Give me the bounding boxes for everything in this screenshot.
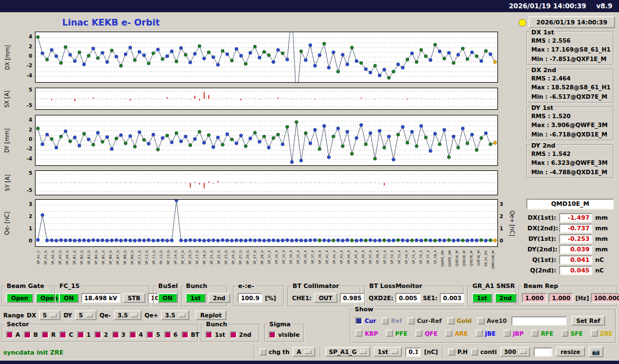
bunch-1st-button[interactable]: 1st (185, 293, 206, 303)
sigma-visible-checkbox[interactable] (269, 331, 276, 338)
show-ave10-checkbox[interactable] (477, 317, 485, 325)
y-tick-label: -4 (27, 156, 32, 161)
monitor-row: DY(1st): -0.253 mm (526, 234, 614, 244)
show-pfe-checkbox[interactable] (386, 330, 393, 337)
stat-rms: RMS : 1.542 (531, 149, 612, 158)
replot-button[interactable]: Replot (195, 310, 227, 320)
x-axis-label: SP_A1_G (44, 250, 47, 265)
ref-name-input[interactable] (511, 316, 567, 326)
show-jbe-checkbox[interactable] (476, 330, 483, 337)
sector-c-checkbox[interactable] (59, 331, 67, 338)
count-input[interactable] (534, 347, 552, 357)
bunch-select[interactable]: 1st (374, 347, 402, 357)
set-ref-button[interactable]: Set Ref (571, 316, 605, 326)
x-axis-label: SP_56_4 (419, 250, 422, 264)
x-axis-label: QXF1E_M (477, 250, 480, 266)
y-tick-label: -5 (27, 103, 32, 108)
sector-2-label: 2 (104, 331, 108, 338)
sector-b-checkbox[interactable] (24, 331, 31, 338)
top-titlebar: 2026/01/19 14:00:39 v8.9 (0, 0, 619, 12)
sector-bt-label: BT (191, 331, 199, 338)
sector-4-checkbox[interactable] (129, 331, 137, 338)
monitor-row: DX(2nd): -0.737 mm (526, 223, 614, 234)
sector-items: ABRC123456BT (6, 331, 199, 338)
sector-5-checkbox[interactable] (147, 331, 154, 338)
x-axis-label: SP_34_4 (289, 250, 293, 264)
busel-on-button[interactable]: ON (158, 293, 178, 303)
sector-3-item: 3 (112, 331, 125, 338)
y-tick-label: 0 (29, 53, 32, 59)
sector-2-checkbox[interactable] (94, 331, 102, 338)
show-kbp-item: KBP (355, 330, 378, 337)
ph-checkbox[interactable] (448, 348, 455, 356)
x-axis-label: SP_55_4 (412, 250, 415, 264)
bpm-select[interactable]: SP_A1_G (325, 347, 371, 357)
gr-a1-2nd-button[interactable]: 2nd (495, 293, 517, 303)
charge-chart: Qe- [nC] 3210 3210 Qe+ [nC] (0, 199, 517, 247)
conti-checkbox[interactable] (471, 348, 478, 356)
show-ref-item: Ref (381, 317, 402, 325)
ee-ratio-group: e-:e- 100.9 [%] (233, 286, 284, 307)
x-axis-label: SP_B2_G (80, 250, 83, 265)
x-axis-label: SP_46_4 (361, 250, 365, 264)
group-label: Bunch (184, 282, 209, 290)
fc15-on-button[interactable]: ON (59, 293, 79, 303)
x-axis-label: SP_A2_G (51, 250, 54, 265)
x-axis-label: SP_B6_G (109, 250, 112, 265)
beam-gate-group: Beam Gate Open Open (2, 286, 53, 307)
dy-plot-area (35, 115, 498, 166)
bt-collimator-group: BT Collimator CHE1: OUT 0.985 (288, 286, 361, 307)
range-qem-select[interactable]: 3.5 (114, 310, 142, 320)
show-gold-checkbox[interactable] (447, 317, 455, 325)
bunch-2nd-button[interactable]: 2nd (208, 293, 230, 303)
che1-out-button[interactable]: OUT (314, 293, 338, 303)
linac-orbit-app: 2026/01/19 14:00:39 v8.9 Linac KEKB e- O… (0, 0, 619, 364)
resize-button[interactable]: resize (556, 347, 585, 357)
screenshot-button[interactable]: 📷 (588, 346, 603, 357)
show-cur-ref-checkbox[interactable] (407, 317, 415, 325)
sector-select[interactable]: A (293, 347, 315, 357)
chg-th-checkbox[interactable] (259, 348, 266, 356)
sx-plot-area (35, 88, 498, 110)
show-cur-checkbox[interactable] (355, 317, 363, 325)
sector-r-checkbox[interactable] (42, 331, 49, 338)
x-axis-label: SP_35_4 (296, 250, 300, 264)
beam-gate-open-1-button[interactable]: Open (6, 293, 33, 303)
se1-value-readout: 0.003 (440, 293, 465, 303)
sy-y-ticks: 5-5 (19, 170, 33, 195)
fc15-stb-button[interactable]: STB (123, 293, 145, 303)
show-are-checkbox[interactable] (445, 330, 452, 337)
show-jbp-checkbox[interactable] (504, 330, 511, 337)
show-ref-checkbox[interactable] (381, 317, 389, 325)
range-dy-select[interactable]: 5 (75, 310, 97, 320)
sector-1-checkbox[interactable] (77, 331, 84, 338)
threshold-input[interactable] (405, 347, 421, 357)
stat-max: Max : 18.528@S8_61_H1 (531, 83, 612, 92)
stat-max: Max : 6.323@QWFE_3M (531, 158, 612, 167)
y-tick-label: 5 (29, 87, 32, 93)
stat-dx-1st: DX 1st RMS : 2.556 Max : 17.169@S8_61_H1… (526, 31, 614, 65)
sector-3-checkbox[interactable] (112, 331, 119, 338)
sector-select-value: A (296, 348, 301, 355)
bunch-filter-1st-checkbox[interactable] (205, 331, 213, 338)
range-qep-select[interactable]: 3.5 (161, 310, 189, 320)
stat-rms: RMS : 2.464 (531, 74, 612, 83)
y-tick-label-right: 3 (500, 201, 503, 207)
sector-bt-checkbox[interactable] (182, 331, 189, 338)
show-rfe-checkbox[interactable] (531, 330, 539, 337)
group-label: GR_A1 SNSR (471, 282, 517, 290)
sector-6-checkbox[interactable] (164, 331, 172, 338)
sector-a-checkbox[interactable] (6, 331, 13, 338)
show-kbp-checkbox[interactable] (355, 330, 363, 337)
timestamp-box: 2026/01/19 14:00:39 (529, 16, 615, 28)
show-qfe-checkbox[interactable] (415, 330, 422, 337)
group-label: Bunch (204, 321, 229, 328)
gr-a1-1st-button[interactable]: 1st (472, 293, 492, 303)
show-sfe-checkbox[interactable] (561, 330, 568, 337)
count-select[interactable]: 300 (500, 347, 530, 357)
x-axis-label: SP_C1_G (138, 250, 141, 265)
show-zre-checkbox[interactable] (591, 330, 598, 337)
range-dx-select[interactable]: 5 (39, 310, 61, 320)
beam-rep-value-2: 1.000 (548, 293, 573, 303)
bunch-filter-2nd-checkbox[interactable] (230, 331, 237, 338)
